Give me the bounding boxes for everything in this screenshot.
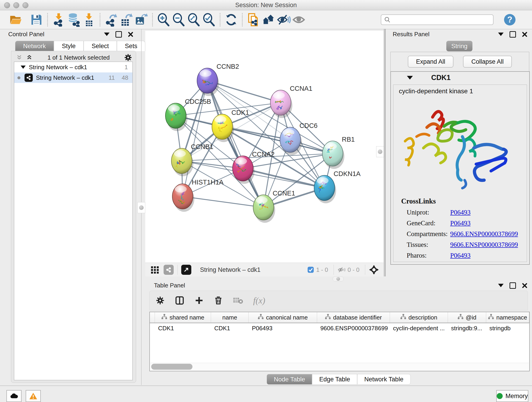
column-header-canonical-name[interactable]: canonical name <box>249 312 317 323</box>
network-row-selected[interactable]: String Network – cdk1 11 48 <box>14 72 133 83</box>
grid-view-icon[interactable] <box>150 265 159 274</box>
hide-panel-button[interactable] <box>276 12 291 27</box>
results-panel: Results Panel String Expand All Collapse… <box>386 29 532 281</box>
expand-all-icon[interactable] <box>25 54 33 61</box>
cell-@id[interactable]: stringdb:9... <box>448 323 486 333</box>
delete-column-icon[interactable] <box>214 296 223 305</box>
cell-namespace[interactable]: stringdb <box>486 323 529 333</box>
show-panel-button[interactable] <box>291 12 306 27</box>
crosslink-label: GeneCard: <box>407 219 450 227</box>
help-button[interactable]: ? <box>504 14 515 26</box>
export-image-button[interactable] <box>134 12 149 27</box>
open-session-button[interactable] <box>8 12 23 27</box>
tab-node-table[interactable]: Node Table <box>267 374 312 385</box>
column-tree-icon <box>400 314 406 321</box>
show-all-networks-button[interactable] <box>261 12 276 27</box>
node-CCNB2[interactable]: CCNB2 <box>197 63 239 96</box>
column-header-name[interactable]: name <box>211 312 249 323</box>
node-label-CDC6: CDC6 <box>299 122 317 129</box>
column-header-database-identifier[interactable]: database identifier <box>317 312 390 323</box>
table-settings-gear-icon[interactable] <box>156 296 165 305</box>
warnings-button[interactable] <box>26 390 41 402</box>
node-result-header[interactable]: CDK1 <box>391 72 529 84</box>
expand-all-button[interactable]: Expand All <box>408 56 454 68</box>
right-splitter-handle[interactable] <box>376 146 384 157</box>
add-column-icon[interactable] <box>195 296 204 305</box>
tab-string[interactable]: String <box>446 41 472 51</box>
save-session-button[interactable] <box>29 12 44 27</box>
import-table-button[interactable] <box>81 12 96 27</box>
tab-select[interactable]: Select <box>84 41 117 51</box>
cell-description[interactable]: cyclin-dependent ... <box>390 323 448 333</box>
show-columns-icon[interactable] <box>175 296 184 305</box>
zoom-fit-button[interactable] <box>186 12 201 27</box>
crosslink-link[interactable]: P06493 <box>450 219 471 227</box>
zoom-selected-button[interactable] <box>201 12 216 27</box>
duplicate-network-button[interactable] <box>246 12 261 27</box>
collapse-all-button[interactable]: Collapse All <box>463 56 512 68</box>
zoom-in-button[interactable] <box>156 12 171 27</box>
table-row[interactable]: CDK1CDK1P064939606.ENSP00000378699cyclin… <box>150 323 529 333</box>
export-network-button[interactable] <box>104 12 119 27</box>
column-header-shared-name[interactable]: shared name <box>155 312 211 323</box>
collection-label: String Network – cdk1 <box>29 64 87 71</box>
import-network-button[interactable] <box>51 12 66 27</box>
close-panel-icon[interactable] <box>128 32 133 37</box>
cell-database-identifier[interactable]: 9606.ENSP00000378699 <box>317 323 390 333</box>
crosslink-link[interactable]: 9606.ENSP00000378699 <box>450 241 518 249</box>
scrollbar-thumb[interactable] <box>151 364 192 370</box>
close-panel-icon[interactable] <box>522 32 527 37</box>
node-CDC6[interactable]: CDC6 <box>280 122 317 155</box>
maximize-panel-icon[interactable] <box>510 31 516 38</box>
column-header-namespace[interactable]: namespace <box>486 312 529 323</box>
network-share-view-icon[interactable] <box>164 265 174 275</box>
close-panel-icon[interactable] <box>522 283 527 288</box>
column-header-@id[interactable]: @id <box>448 312 486 323</box>
node-HIST1H1A[interactable]: HIST1H1A <box>172 179 224 212</box>
cell-canonical-name[interactable]: P06493 <box>249 323 317 333</box>
float-panel-icon[interactable] <box>498 284 504 287</box>
search-field[interactable] <box>381 14 494 25</box>
selected-checkbox-icon[interactable] <box>307 266 314 274</box>
maximize-panel-icon[interactable] <box>510 282 516 289</box>
tab-edge-table[interactable]: Edge Table <box>312 374 357 385</box>
cell-name[interactable]: CDK1 <box>211 323 249 333</box>
import-network-from-database-button[interactable] <box>66 12 81 27</box>
tab-style[interactable]: Style <box>54 41 84 51</box>
export-table-button[interactable] <box>119 12 134 27</box>
table-horizontal-scrollbar[interactable] <box>150 363 529 370</box>
float-panel-icon[interactable] <box>104 32 109 36</box>
tab-network[interactable]: Network <box>15 41 54 51</box>
left-splitter-handle[interactable] <box>138 202 145 213</box>
search-input[interactable] <box>391 16 488 24</box>
network-canvas[interactable]: CCNB2CCNA1CDC25BCDK1CDC6RB1CCNB1CCNA2CDK… <box>145 31 384 263</box>
node-CDKN1A[interactable]: CDKN1A <box>314 170 361 203</box>
edge-HIST1H1A-CCNE1[interactable] <box>183 196 264 207</box>
tab-network-table[interactable]: Network Table <box>357 374 411 385</box>
node-label-HIST1H1A: HIST1H1A <box>192 179 224 186</box>
collapse-entry-icon[interactable] <box>407 76 413 80</box>
crosslink-link[interactable]: P06493 <box>450 209 471 216</box>
results-panel-title: Results Panel <box>393 31 429 38</box>
tree-expander-icon[interactable] <box>21 65 26 69</box>
hidden-count: 0 - 0 <box>348 266 360 274</box>
gear-icon[interactable] <box>124 53 132 62</box>
memory-button[interactable]: Memory <box>496 390 528 402</box>
crosslink-link[interactable]: 9606.ENSP00000378699 <box>450 230 518 238</box>
cloud-status-button[interactable] <box>6 390 22 402</box>
results-button-bar: Expand All Collapse All <box>390 52 529 71</box>
open-in-window-icon[interactable] <box>181 265 191 275</box>
node-RB1[interactable]: RB1 <box>322 136 355 169</box>
float-panel-icon[interactable] <box>498 32 504 36</box>
refresh-view-button[interactable] <box>224 12 239 27</box>
maximize-panel-icon[interactable] <box>115 31 122 38</box>
edge-CCNB2-CCNE1[interactable] <box>207 81 264 207</box>
cell-shared-name[interactable]: CDK1 <box>155 323 211 333</box>
zoom-out-button[interactable] <box>171 12 186 27</box>
crosslink-link[interactable]: P06493 <box>450 252 471 259</box>
network-collection-row[interactable]: String Network – cdk1 1 <box>14 62 133 72</box>
collapse-all-icon[interactable] <box>15 54 23 61</box>
column-header-description[interactable]: description <box>390 312 448 323</box>
node-CCNE1[interactable]: CCNE1 <box>253 190 295 223</box>
birdseye-icon[interactable] <box>369 265 379 275</box>
